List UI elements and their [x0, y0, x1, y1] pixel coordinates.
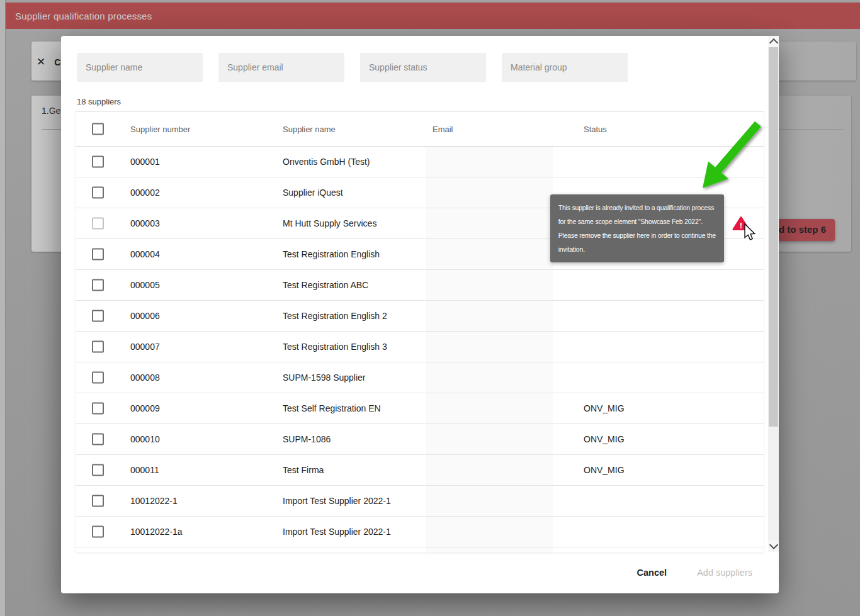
- supplier-name-cell: Test Registration ABC: [283, 280, 368, 290]
- email-cell: [426, 239, 553, 269]
- row-checkbox[interactable]: [92, 249, 104, 260]
- table-header-row: Supplier number Supplier name Email Stat…: [76, 112, 764, 147]
- add-suppliers-button[interactable]: Add suppliers: [696, 564, 754, 581]
- chevron-up-icon: [769, 38, 778, 47]
- email-cell: [426, 517, 553, 547]
- svg-text:!: !: [740, 221, 742, 230]
- email-cell: [426, 208, 553, 238]
- column-header-supplier-name: Supplier name: [283, 125, 336, 134]
- row-checkbox[interactable]: [92, 156, 104, 168]
- email-cell: [426, 177, 553, 208]
- dialog-footer: Cancel Add suppliers: [61, 552, 779, 593]
- warning-triangle-icon[interactable]: !: [732, 216, 750, 231]
- row-checkbox[interactable]: [92, 341, 104, 353]
- supplier-number-cell: 000002: [130, 188, 160, 198]
- row-checkbox[interactable]: [92, 372, 104, 384]
- supplier-number-cell: 000006: [130, 311, 160, 321]
- scrollbar-down-button[interactable]: [768, 540, 779, 552]
- email-cell: [426, 332, 553, 362]
- table-row[interactable]: 000007 Test Registration English 3: [76, 332, 764, 362]
- supplier-number-cell: 000011: [130, 465, 159, 475]
- supplier-email-filter-input[interactable]: [218, 53, 344, 82]
- row-checkbox[interactable]: [92, 434, 104, 445]
- cancel-button[interactable]: Cancel: [636, 564, 669, 581]
- supplier-name-cell: Onventis GmbH (Test): [283, 157, 370, 167]
- status-cell: ONV_MIG: [584, 465, 625, 475]
- nav-sidebar-edge: [0, 0, 6, 616]
- table-row[interactable]: 000006 Test Registration English 2: [76, 301, 764, 332]
- proceed-to-step-label: ed to step 6: [774, 224, 826, 235]
- supplier-name-cell: Test Registration English 3: [283, 342, 387, 352]
- email-cell: [426, 393, 553, 423]
- email-cell: [426, 362, 553, 393]
- supplier-number-cell: 000007: [130, 342, 160, 352]
- supplier-name-cell: SUPM-1598 Supplier: [283, 372, 366, 383]
- row-checkbox[interactable]: [92, 403, 104, 415]
- status-cell: ONV_MIG: [584, 403, 625, 413]
- supplier-name-cell: Test Registration English 2: [283, 311, 387, 321]
- supplier-number-cell: 000009: [130, 403, 160, 413]
- row-checkbox[interactable]: [92, 310, 104, 322]
- supplier-name-cell: Test Registration English: [283, 249, 380, 259]
- table-row[interactable]: 000009 Test Self Registration EN ONV_MIG: [76, 393, 764, 424]
- already-invited-tooltip: This supplier is already invited to a qu…: [550, 194, 724, 262]
- scrollbar-thumb[interactable]: [769, 47, 778, 427]
- email-cell: [426, 455, 553, 485]
- supplier-name-cell: Test Self Registration EN: [283, 403, 381, 413]
- filter-bar: [77, 53, 628, 82]
- supplier-name-cell: Import Test Supplier 2022-1: [283, 527, 391, 537]
- supplier-number-cell: 000004: [130, 249, 160, 259]
- column-header-status: Status: [584, 125, 607, 134]
- table-row[interactable]: 000005 Test Registration ABC: [76, 270, 764, 301]
- table-row[interactable]: 000010 SUPM-1086 ONV_MIG: [76, 424, 764, 455]
- column-header-supplier-number: Supplier number: [130, 125, 190, 134]
- supplier-number-cell: 000001: [130, 157, 160, 167]
- supplier-number-cell: 000005: [130, 280, 160, 290]
- dialog-scrollbar[interactable]: [768, 36, 779, 552]
- row-checkbox[interactable]: [92, 218, 104, 230]
- supplier-name-cell: SUPM-1086: [283, 434, 331, 444]
- row-checkbox[interactable]: [92, 526, 104, 538]
- material-group-filter-input[interactable]: [502, 53, 628, 82]
- table-row[interactable]: 000011 Test Firma ONV_MIG: [76, 455, 764, 486]
- select-all-checkbox[interactable]: [92, 123, 104, 135]
- scrollbar-up-button[interactable]: [768, 36, 779, 47]
- page-title: Supplier qualification processes: [6, 11, 152, 21]
- supplier-number-cell: 000008: [130, 372, 160, 383]
- status-cell: ONV_MIG: [584, 434, 625, 444]
- email-cell: [426, 486, 553, 516]
- supplier-number-cell: 10012022-1a: [130, 527, 183, 537]
- add-suppliers-dialog: 18 suppliers Supplier number Supplier na…: [61, 36, 779, 593]
- table-row[interactable]: 10012022-1a Import Test Supplier 2022-1: [76, 517, 764, 547]
- table-row[interactable]: 000008 SUPM-1598 Supplier: [76, 362, 764, 393]
- close-icon: ✕: [37, 55, 45, 69]
- row-checkbox[interactable]: [92, 187, 104, 199]
- table-row[interactable]: 000001 Onventis GmbH (Test): [76, 147, 764, 177]
- supplier-name-filter-input[interactable]: [77, 53, 203, 82]
- supplier-name-cell: Mt Hutt Supply Services: [283, 218, 376, 228]
- email-cell: [426, 301, 553, 331]
- supplier-number-cell: 000003: [130, 218, 160, 228]
- supplier-status-filter-input[interactable]: [360, 53, 486, 82]
- row-checkbox[interactable]: [92, 495, 104, 507]
- table-row[interactable]: 10012022-1 Import Test Supplier 2022-1: [76, 486, 764, 517]
- suppliers-table: Supplier number Supplier name Email Stat…: [76, 111, 764, 552]
- supplier-name-cell: Supplier iQuest: [283, 188, 343, 198]
- email-cell: [426, 270, 553, 300]
- chevron-down-icon: [769, 540, 778, 549]
- supplier-number-cell: 000010: [130, 434, 160, 444]
- row-checkbox[interactable]: [92, 279, 104, 291]
- row-checkbox[interactable]: [92, 464, 104, 476]
- supplier-number-cell: 10012022-1: [130, 496, 178, 506]
- supplier-name-cell: Import Test Supplier 2022-1: [283, 496, 391, 506]
- supplier-name-cell: Test Firma: [283, 465, 324, 475]
- app-header-bar: Supplier qualification processes: [6, 3, 860, 29]
- column-header-email: Email: [433, 125, 453, 134]
- supplier-count-label: 18 suppliers: [77, 97, 121, 106]
- email-cell: [426, 147, 553, 177]
- email-cell: [426, 424, 553, 454]
